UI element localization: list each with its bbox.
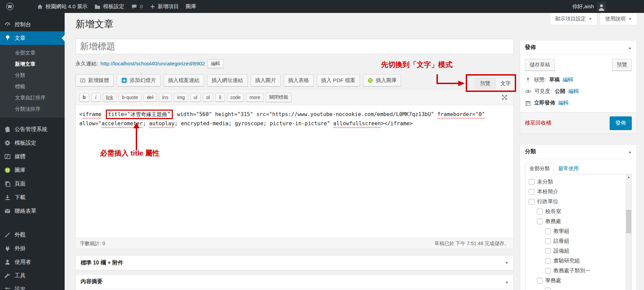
- add-slideshow-button[interactable]: 添加幻燈片: [117, 74, 161, 86]
- category-item[interactable]: 學務處: [529, 276, 624, 286]
- quicktag-blockquote[interactable]: b-quote: [119, 93, 142, 102]
- category-item[interactable]: 實驗研究組: [529, 256, 624, 266]
- chevron-up-icon[interactable]: ▲: [628, 46, 632, 50]
- help-button[interactable]: 使用說明 ▼: [600, 13, 637, 25]
- submenu-all-posts[interactable]: 全部文章: [0, 47, 65, 59]
- tab-all-categories[interactable]: 全部分類: [525, 163, 554, 174]
- category-item[interactable]: 註冊組: [529, 236, 624, 246]
- preview-button[interactable]: 預覽: [612, 59, 632, 71]
- permalink-url[interactable]: http://localhost/school40/uncategorized/…: [100, 61, 205, 67]
- add-media-button[interactable]: 新增媒體: [76, 74, 114, 86]
- admin-bar-account[interactable]: 你好,aish: [572, 2, 606, 11]
- quicktag-italic[interactable]: i: [91, 93, 101, 102]
- edit-permalink-button[interactable]: 編輯: [207, 59, 224, 68]
- insert-pdf-button[interactable]: 插入 PDF 檔案: [317, 74, 360, 86]
- insert-file-link-button[interactable]: 插入檔案連結: [164, 74, 204, 86]
- checkbox-icon[interactable]: [529, 189, 534, 195]
- chevron-down-icon[interactable]: ▼: [505, 261, 509, 265]
- post-content-textarea[interactable]: <iframe title="冰雪奇緣主題曲" width="560" heig…: [76, 105, 513, 133]
- checkbox-icon[interactable]: [529, 179, 534, 185]
- admin-bar-template-link[interactable]: 模板設定: [91, 0, 128, 13]
- checkbox-icon[interactable]: [545, 238, 551, 244]
- sidebar-item-contact-forms[interactable]: 聯絡表單: [0, 204, 65, 218]
- edit-visibility-link[interactable]: 編輯: [568, 88, 579, 95]
- tab-most-used[interactable]: 最常使用: [554, 163, 583, 174]
- category-item[interactable]: 未分類: [529, 177, 624, 187]
- scroll-up-icon[interactable]: ▲: [626, 174, 631, 180]
- post-title-input[interactable]: [76, 38, 514, 54]
- insert-table-button[interactable]: 插入表格: [284, 74, 314, 86]
- move-to-trash-link[interactable]: 移至回收桶: [525, 119, 551, 127]
- sidebar-item-announcements[interactable]: 公告管理系統: [0, 123, 65, 136]
- checkbox-icon[interactable]: [545, 268, 551, 274]
- sidebar-item-gallery[interactable]: 圖庫: [0, 163, 65, 177]
- scrollbar-thumb[interactable]: [626, 210, 631, 233]
- submenu-categories[interactable]: 分類: [0, 70, 65, 81]
- category-item[interactable]: 教務處: [529, 216, 624, 226]
- sidebar-item-tools[interactable]: 工具: [0, 269, 65, 283]
- fullscreen-icon[interactable]: [501, 94, 508, 101]
- save-draft-button[interactable]: 儲存草稿: [525, 59, 555, 71]
- category-item[interactable]: 行政單位: [529, 197, 624, 207]
- admin-bar-comments[interactable]: 0: [128, 0, 146, 13]
- checkbox-icon[interactable]: [545, 248, 551, 254]
- category-item[interactable]: 教務處子類別一: [529, 266, 624, 276]
- checkbox-icon[interactable]: [537, 209, 543, 214]
- submenu-taxonomy-order[interactable]: 分類法排序: [0, 103, 65, 115]
- submenu-add-new-post[interactable]: 新增文章: [0, 59, 65, 70]
- quicktag-more[interactable]: more: [246, 93, 264, 102]
- sidebar-item-users[interactable]: 使用者: [0, 255, 65, 269]
- category-item-partial[interactable]: [529, 286, 624, 290]
- quicktag-ol[interactable]: ol: [203, 93, 213, 102]
- sidebar-item-appearance[interactable]: 外觀: [0, 228, 65, 242]
- edit-schedule-link[interactable]: 編輯: [558, 99, 569, 107]
- sidebar-item-template-settings[interactable]: 模板設定: [0, 136, 65, 150]
- category-item[interactable]: 設備組: [529, 246, 624, 256]
- insert-image-button[interactable]: 插入圖片: [251, 74, 281, 86]
- wordpress-logo-menu[interactable]: W: [3, 0, 17, 13]
- sidebar-item-pages[interactable]: 頁面: [0, 177, 65, 191]
- edit-status-link[interactable]: 編輯: [563, 76, 573, 83]
- checkbox-icon[interactable]: [537, 278, 543, 284]
- category-label: 學務處: [545, 277, 561, 284]
- quicktag-ul[interactable]: ul: [190, 93, 201, 102]
- quicktag-bold[interactable]: b: [79, 93, 89, 102]
- chevron-up-icon[interactable]: ▲: [505, 280, 509, 284]
- chevron-up-icon[interactable]: ▲: [628, 150, 632, 154]
- quicktag-code[interactable]: code: [227, 93, 244, 102]
- screen-options-button[interactable]: 顯示項目設定 ▼: [550, 13, 597, 25]
- comment-bubble-icon: [131, 3, 137, 10]
- insert-url-link-button[interactable]: 插入網址連結: [207, 74, 248, 86]
- checkbox-icon[interactable]: [537, 219, 543, 224]
- category-list-scrollbar[interactable]: ▲: [626, 174, 631, 290]
- category-item[interactable]: 教學組: [529, 226, 624, 236]
- quicktag-close-tags[interactable]: 關閉標籤: [266, 93, 292, 102]
- quicktag-img[interactable]: img: [174, 93, 188, 102]
- checkbox-icon[interactable]: [545, 228, 551, 234]
- tab-text[interactable]: 文字: [495, 78, 516, 90]
- sidebar-item-media[interactable]: 媒體: [0, 150, 65, 163]
- checkbox-icon[interactable]: [545, 258, 551, 264]
- quicktag-li[interactable]: li: [215, 93, 225, 102]
- sidebar-item-posts[interactable]: 文章: [0, 31, 65, 45]
- category-item[interactable]: 校長室: [529, 207, 624, 216]
- admin-bar-gallery-link[interactable]: 圖庫: [182, 0, 200, 13]
- help-label: 使用說明: [605, 16, 626, 22]
- category-item[interactable]: 本校簡介: [529, 187, 624, 197]
- checkbox-icon[interactable]: [545, 288, 551, 290]
- admin-bar-new-item[interactable]: 新增項目: [146, 0, 182, 13]
- quicktag-link[interactable]: link: [103, 93, 117, 102]
- sidebar-item-settings[interactable]: 設定: [0, 283, 65, 290]
- sidebar-item-downloads[interactable]: 下載: [0, 191, 65, 204]
- publish-button[interactable]: 發佈: [610, 116, 632, 130]
- quicktag-del[interactable]: del: [144, 93, 157, 102]
- insert-gallery-button[interactable]: 插入圖庫: [363, 74, 401, 86]
- submenu-post-order[interactable]: 文章自訂排序: [0, 92, 65, 103]
- quicktag-ins[interactable]: ins: [159, 93, 172, 102]
- sidebar-item-plugins[interactable]: 外掛: [0, 242, 65, 255]
- submenu-tags[interactable]: 標籤: [0, 81, 65, 92]
- tab-visual-preview[interactable]: 預覽: [475, 78, 495, 90]
- checkbox-icon[interactable]: [529, 199, 534, 205]
- sidebar-item-dashboard[interactable]: 控制台: [0, 18, 65, 31]
- admin-bar-site-link[interactable]: 校園網站 4.0 展示: [33, 0, 91, 13]
